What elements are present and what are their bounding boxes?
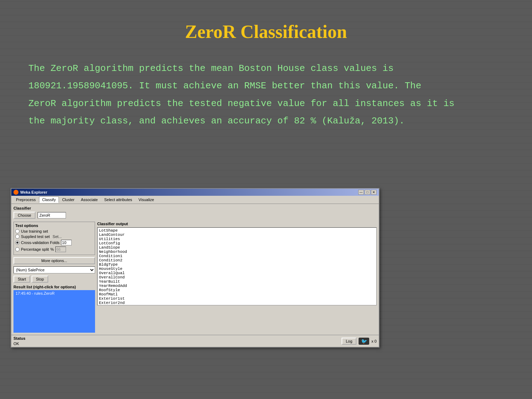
choose-button[interactable]: Choose [13, 212, 35, 219]
result-list[interactable]: 17:45:40 - rules.ZeroR [13, 290, 95, 333]
output-condition2: Condition2 [99, 258, 375, 262]
radio-supplied-test-btn[interactable] [15, 234, 20, 239]
weka-titlebar-title: Weka Explorer [13, 190, 47, 195]
output-masvnrtype: MasVnrType [99, 305, 375, 305]
output-roofmatl: RoofMatl [99, 292, 375, 297]
page-title: ZeroR Classification [28, 21, 504, 42]
description-block: The ZeroR algorithm predicts the mean Bo… [28, 60, 504, 130]
weka-body: Classifier Choose ZeroR Test options Use… [11, 204, 379, 335]
start-button[interactable]: Start [13, 276, 30, 283]
bird-icon: 🐦 [359, 338, 369, 345]
stop-button[interactable]: Stop [32, 276, 48, 283]
classifier-section-label: Classifier [13, 206, 377, 210]
right-panel: Classifier output LotShape LandContour U… [97, 222, 377, 333]
status-right: Log 🐦 x 0 [342, 338, 377, 345]
output-utilities: Utilities [99, 237, 375, 241]
output-roofstyle: RoofStyle [99, 288, 375, 292]
output-lotshape: LotShape [99, 228, 375, 233]
classifier-name-display: ZeroR [38, 212, 66, 218]
menu-classify[interactable]: Classify [39, 196, 59, 203]
output-overallcond: OverallCond [99, 275, 375, 279]
output-condition1: Condition1 [99, 254, 375, 258]
output-bldgtype: BldgType [99, 262, 375, 267]
radio-use-training-label: Use training set [21, 229, 48, 233]
classifier-row: Choose ZeroR [13, 212, 377, 219]
restore-button[interactable]: □ [365, 190, 370, 195]
output-exterior1st: Exterior1st [99, 297, 375, 301]
log-button[interactable]: Log [342, 338, 356, 345]
classifier-output-label: Classifier output [97, 222, 377, 226]
pct-symbol: % [50, 247, 54, 251]
description-line1: The ZeroR algorithm predicts the mean Bo… [28, 60, 504, 77]
output-yearbuilt: YearBuilt [99, 279, 375, 284]
weka-titlebar-buttons: — □ ✕ [358, 190, 377, 195]
close-button[interactable]: ✕ [371, 190, 377, 195]
start-stop-row: Start Stop [13, 276, 95, 283]
status-value: OK [13, 342, 26, 346]
result-item-1[interactable]: 17:45:40 - rules.ZeroR [15, 291, 94, 296]
radio-cross-validation[interactable]: Cross-validation Folds [15, 240, 93, 245]
test-options-label: Test options [15, 223, 93, 228]
left-panel: Test options Use training set Supplied t… [13, 222, 95, 333]
weka-app-icon [13, 190, 18, 195]
test-options-group: Test options Use training set Supplied t… [13, 222, 95, 255]
menu-preprocess[interactable]: Preprocess [13, 196, 39, 203]
description-line3: ZeroR algorithm predicts the tested nega… [28, 95, 504, 112]
weka-window-title: Weka Explorer [20, 190, 47, 194]
radio-cross-validation-label: Cross-validation Folds [21, 240, 60, 245]
more-options-button[interactable]: More options... [13, 257, 95, 264]
menu-cluster[interactable]: Cluster [59, 196, 78, 203]
status-section: Status OK [13, 336, 26, 346]
menu-associate[interactable]: Associate [78, 196, 101, 203]
percentage-input[interactable] [55, 246, 66, 252]
attribute-selector[interactable]: (Num) SalePrice [13, 266, 95, 273]
output-landslope: LandSlope [99, 245, 375, 250]
weka-main-area: Test options Use training set Supplied t… [13, 222, 377, 333]
description-line4: the majority class, and achieves an accu… [28, 112, 504, 130]
weka-status-bar: Status OK Log 🐦 x 0 [11, 335, 379, 347]
menu-visualize[interactable]: Visualize [135, 196, 157, 203]
radio-percentage-split[interactable]: Percentage split % [15, 246, 93, 252]
weka-window: Weka Explorer — □ ✕ Preprocess Classify … [11, 188, 379, 348]
main-content: ZeroR Classification The ZeroR algorithm… [0, 0, 532, 148]
output-exterior2nd: Exterior2nd [99, 301, 375, 305]
minimize-button[interactable]: — [358, 190, 364, 195]
output-lotconfig: LotConfig [99, 241, 375, 245]
output-housestyle: HouseStyle [99, 267, 375, 271]
radio-cross-validation-btn[interactable] [15, 240, 20, 245]
radio-use-training[interactable]: Use training set [15, 229, 93, 233]
set-button[interactable]: Set... [52, 234, 62, 239]
radio-use-training-btn[interactable] [15, 229, 20, 233]
output-neighborhood: Neighborhood [99, 250, 375, 254]
status-label: Status [13, 336, 26, 340]
result-list-label: Result list (right-click for options) [13, 285, 95, 289]
bird-count: x 0 [371, 339, 377, 343]
output-overallqual: OverallQual [99, 271, 375, 275]
output-yearremodadd: YearRemodAdd [99, 284, 375, 288]
output-landcontour: LandContour [99, 233, 375, 237]
radio-percentage-split-btn[interactable] [15, 247, 20, 251]
menu-select-attributes[interactable]: Select attributes [101, 196, 135, 203]
weka-menubar: Preprocess Classify Cluster Associate Se… [11, 196, 379, 204]
classifier-output-area[interactable]: LotShape LandContour Utilities LotConfig… [97, 227, 377, 305]
description-line2: 180921.19589041095. It must achieve an R… [28, 77, 504, 95]
radio-percentage-split-label: Percentage split [21, 247, 49, 251]
radio-supplied-test-label: Supplied test set [21, 234, 50, 239]
weka-titlebar: Weka Explorer — □ ✕ [11, 189, 379, 196]
folds-input[interactable] [61, 240, 72, 245]
radio-supplied-test[interactable]: Supplied test set Set... [15, 234, 93, 239]
